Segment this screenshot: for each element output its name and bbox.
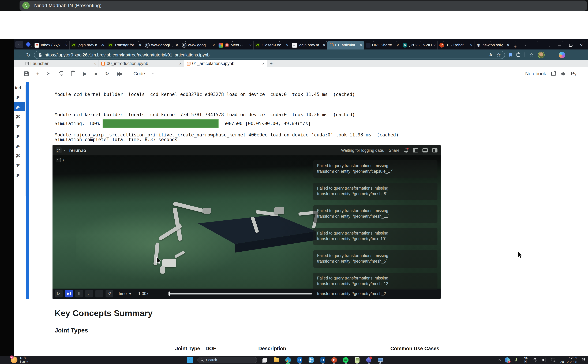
- extensions-icon[interactable]: [516, 53, 520, 57]
- tab-00-introduction[interactable]: 00_introduction.ipynb ×: [99, 60, 184, 67]
- close-tab-icon[interactable]: ×: [433, 43, 436, 48]
- timeline-selector[interactable]: time ▾: [119, 291, 131, 296]
- close-tab-icon[interactable]: ×: [94, 61, 96, 66]
- file-row[interactable]: go: [14, 150, 25, 160]
- step-back-button[interactable]: ←: [85, 290, 93, 298]
- close-tab-icon[interactable]: ×: [360, 43, 362, 48]
- powerpoint-button[interactable]: P: [331, 357, 338, 364]
- wifi-icon[interactable]: [533, 358, 538, 362]
- reload-button[interactable]: ↻: [26, 52, 31, 58]
- close-tab-icon[interactable]: ×: [65, 43, 68, 48]
- back-button[interactable]: ←: [17, 52, 23, 58]
- close-tab-icon[interactable]: ×: [507, 43, 509, 48]
- step-forward-button[interactable]: ▶: [65, 290, 73, 298]
- microphone-icon[interactable]: [514, 358, 518, 362]
- close-tab-icon[interactable]: ×: [323, 43, 325, 48]
- outlook-button[interactable]: [296, 357, 303, 364]
- rerun-share-button[interactable]: Share: [389, 148, 400, 153]
- taskbar-search[interactable]: Search: [197, 357, 257, 363]
- toggle-bottom-panel-icon[interactable]: [422, 148, 428, 152]
- file-row[interactable]: go: [14, 121, 25, 131]
- browser-tab-brev1[interactable]: login.brev.n ×: [70, 41, 107, 50]
- file-explorer-button[interactable]: [273, 357, 280, 364]
- notifications-icon[interactable]: [581, 358, 586, 362]
- error-toast[interactable]: Failed to query transformations: missing…: [313, 160, 437, 178]
- viewport-view-button[interactable]: /: [56, 157, 64, 163]
- close-tab-icon[interactable]: ×: [139, 43, 141, 48]
- close-tab-icon[interactable]: ×: [262, 61, 265, 66]
- error-toast[interactable]: Failed to query transformations: missing…: [313, 183, 437, 200]
- file-row[interactable]: go: [14, 141, 25, 150]
- address-bar[interactable]: https://jupyter0-xaqj26e1m.brevlab.com/l…: [34, 51, 505, 59]
- minimize-button[interactable]: [558, 45, 561, 46]
- playback-speed[interactable]: 1.00x: [138, 291, 148, 296]
- file-row[interactable]: go: [14, 160, 25, 170]
- close-tab-icon[interactable]: ×: [286, 43, 288, 48]
- remote-desktop-button[interactable]: [377, 357, 384, 364]
- task-view-button[interactable]: [262, 357, 269, 364]
- close-tab-icon[interactable]: ×: [102, 43, 105, 48]
- browser-tab-inbox[interactable]: M Inbox (65,5 ×: [33, 41, 70, 50]
- browser-tab-powerpoint[interactable]: P 01 - Roboti ×: [438, 41, 474, 50]
- browser-tab-closedloop[interactable]: Closed-Loo ×: [254, 41, 290, 50]
- people-button[interactable]: [308, 357, 315, 364]
- close-tab-icon[interactable]: ×: [249, 43, 252, 48]
- kernel-label[interactable]: Py: [571, 71, 577, 77]
- close-tab-icon[interactable]: ×: [213, 43, 215, 48]
- favorite-star-icon[interactable]: ☆: [496, 52, 501, 58]
- copy-cell-icon[interactable]: [59, 71, 63, 76]
- timeline-knob[interactable]: [168, 292, 170, 296]
- browser-tab-sharepoint[interactable]: S , 2025 | NVID ×: [401, 41, 438, 50]
- spotify-button[interactable]: [342, 357, 349, 364]
- browser-tab-google1[interactable]: G www.googl ×: [143, 41, 180, 50]
- tab-01-articulations[interactable]: 01_articulations.ipynb ×: [184, 60, 267, 67]
- notepad-button[interactable]: [354, 357, 361, 364]
- restart-kernel-icon[interactable]: ↻: [105, 71, 109, 77]
- cut-cell-icon[interactable]: ✂: [47, 71, 51, 77]
- notifications-bell-icon[interactable]: [404, 148, 408, 153]
- speaker-icon[interactable]: [542, 358, 547, 362]
- cast-icon[interactable]: [551, 358, 556, 362]
- add-cell-icon[interactable]: +: [36, 71, 39, 77]
- pinned-tab-icon[interactable]: [26, 42, 31, 47]
- run-cell-icon[interactable]: ▶: [83, 71, 87, 77]
- file-row[interactable]: go: [14, 170, 25, 180]
- browser-tab-urlshortener[interactable]: URL Shorte ×: [364, 41, 401, 50]
- timeline-slider[interactable]: [170, 293, 312, 294]
- error-toast[interactable]: Failed to query transformations: missing…: [313, 205, 437, 223]
- loop-button[interactable]: ↺: [106, 290, 113, 298]
- close-tab-icon[interactable]: ×: [470, 43, 473, 48]
- outlook-new-button[interactable]: [319, 357, 326, 364]
- toggle-right-panel-icon[interactable]: [432, 148, 437, 152]
- error-toast[interactable]: Failed to query transformations: missing…: [313, 250, 437, 268]
- cell-type-dropdown[interactable]: Code: [134, 71, 154, 77]
- debugger-bug-icon[interactable]: [561, 71, 566, 76]
- browser-tab-brev2[interactable]: login.brev.m ×: [290, 41, 327, 50]
- close-tab-icon[interactable]: ×: [396, 43, 399, 48]
- browser-tab-articulations-active[interactable]: 01_articulat ×: [327, 41, 364, 50]
- rerun-menu-caret-icon[interactable]: ▾: [64, 149, 65, 152]
- file-row[interactable]: go: [14, 111, 25, 121]
- browser-tab-transfer[interactable]: Transfer for ×: [107, 41, 143, 50]
- open-external-icon[interactable]: [551, 72, 555, 76]
- active-cell-indicator[interactable]: [26, 82, 29, 299]
- save-icon[interactable]: [24, 72, 29, 76]
- tab-launcher[interactable]: Launcher ×: [23, 60, 99, 67]
- file-row[interactable]: go: [14, 131, 25, 141]
- teams-button[interactable]: [365, 357, 372, 364]
- error-toast[interactable]: Failed to query transformations: missing…: [313, 273, 437, 290]
- play-button[interactable]: ▷: [55, 290, 63, 298]
- read-aloud-icon[interactable]: A: [489, 52, 494, 57]
- close-window-button[interactable]: ×: [580, 43, 583, 48]
- paste-cell-icon[interactable]: [71, 71, 75, 76]
- pause-button[interactable]: [75, 290, 83, 298]
- error-toast-partial[interactable]: transform on entity `/geometry/mesh_2`: [313, 288, 437, 299]
- settings-menu-icon[interactable]: ⋯: [549, 52, 554, 58]
- hidden-icons-chevron[interactable]: [498, 359, 501, 362]
- browser-tab-google2[interactable]: G www.goog ×: [180, 41, 217, 50]
- step-next-button[interactable]: →: [95, 290, 103, 298]
- browser-tab-meet[interactable]: Meet - ×: [217, 41, 254, 50]
- profile-avatar[interactable]: [538, 52, 545, 58]
- file-row[interactable]: go: [14, 92, 25, 102]
- close-tab-icon[interactable]: ×: [179, 61, 181, 66]
